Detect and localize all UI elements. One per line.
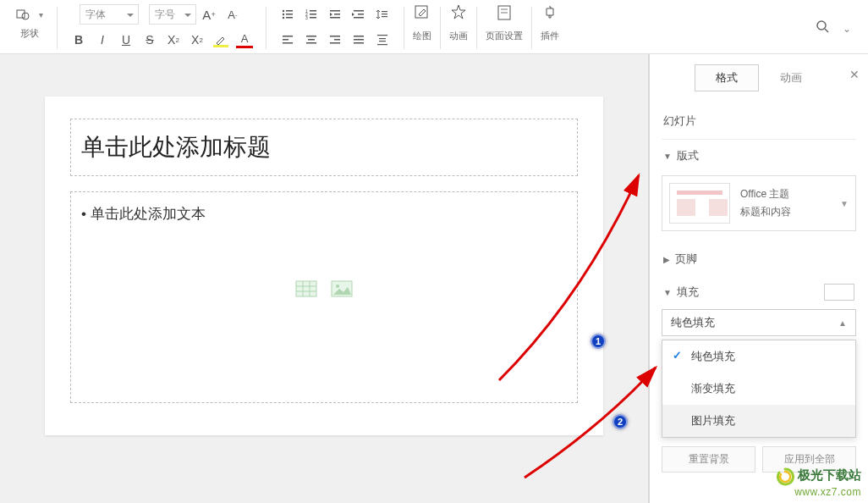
svg-rect-9 xyxy=(310,10,316,12)
svg-rect-37 xyxy=(379,41,386,41)
draw-icon xyxy=(413,3,431,26)
fill-option-solid[interactable]: 纯色填充 xyxy=(662,340,855,373)
svg-rect-25 xyxy=(283,42,293,44)
fill-type-menu: 纯色填充 渐变填充 图片填充 xyxy=(662,340,856,438)
subscript-button[interactable]: X2 xyxy=(186,29,208,51)
section-fill-header: ▼ 填充 xyxy=(662,275,856,309)
canvas-area[interactable]: 单击此处添加标题 • 单击此处添加文本 1 2 xyxy=(0,54,648,503)
slide[interactable]: 单击此处添加标题 • 单击此处添加文本 xyxy=(45,97,603,435)
title-placeholder[interactable]: 单击此处添加标题 xyxy=(70,119,578,176)
align-right-button[interactable] xyxy=(324,29,346,51)
svg-rect-18 xyxy=(358,14,364,15)
increase-font-button[interactable]: A+ xyxy=(198,3,220,25)
shape-dropdown[interactable]: ▾ xyxy=(36,3,47,25)
shape-group: ▾ 形状 xyxy=(7,3,52,40)
svg-rect-29 xyxy=(330,36,340,37)
svg-rect-20 xyxy=(382,11,387,12)
theme-name-label: Office 主题 xyxy=(740,187,791,202)
draw-button[interactable]: 绘图 xyxy=(409,3,435,42)
superscript-button[interactable]: X2 xyxy=(162,29,184,51)
format-panel: 格式 动画 ✕ 幻灯片 ▼ 版式 Office 主题 标题和内容 ▼ ▶ 页脚 … xyxy=(648,54,868,503)
size-select-text: 字号 xyxy=(155,8,175,22)
vertical-align-button[interactable] xyxy=(371,29,393,51)
svg-line-44 xyxy=(825,29,828,32)
table-placeholder-icon[interactable] xyxy=(295,280,317,297)
panel-tabs: 格式 动画 xyxy=(662,64,856,91)
align-justify-button[interactable] xyxy=(348,29,370,51)
reset-background-button[interactable]: 重置背景 xyxy=(662,446,755,473)
plugin-label: 插件 xyxy=(541,30,559,42)
animation-label: 动画 xyxy=(449,30,468,42)
tab-format[interactable]: 格式 xyxy=(695,64,759,91)
fill-option-picture[interactable]: 图片填充 xyxy=(662,405,855,437)
chevron-down-icon[interactable]: ⌄ xyxy=(843,23,851,35)
fill-type-dropdown[interactable]: 纯色填充 ▲ xyxy=(662,309,856,336)
font-color-button[interactable]: A xyxy=(233,29,255,51)
section-slide-title: 幻灯片 xyxy=(662,110,856,140)
svg-rect-23 xyxy=(283,36,293,37)
svg-point-43 xyxy=(817,21,826,30)
svg-point-2 xyxy=(283,10,284,12)
font-select[interactable]: 字体 xyxy=(80,4,139,25)
svg-rect-41 xyxy=(501,8,508,10)
shape-icon[interactable] xyxy=(12,3,34,25)
section-style-label: 版式 xyxy=(677,148,699,163)
svg-rect-28 xyxy=(306,42,316,44)
svg-rect-17 xyxy=(354,10,364,12)
layout-selector[interactable]: Office 主题 标题和内容 ▼ xyxy=(662,175,856,231)
search-icon[interactable] xyxy=(816,19,831,38)
annotation-badge-1: 1 xyxy=(591,334,606,349)
decrease-font-button[interactable]: A- xyxy=(222,3,244,25)
bold-button[interactable]: B xyxy=(68,29,90,51)
section-footer-header[interactable]: ▶ 页脚 xyxy=(662,243,856,275)
content-placeholder[interactable]: • 单击此处添加文本 xyxy=(70,191,578,403)
increase-indent-button[interactable] xyxy=(348,3,370,25)
animation-button[interactable]: 动画 xyxy=(446,3,471,42)
page-setup-label: 页面设置 xyxy=(486,30,523,42)
main: 单击此处添加标题 • 单击此处添加文本 1 2 格式 动画 ✕ xyxy=(0,54,868,503)
section-style-header[interactable]: ▼ 版式 xyxy=(662,140,856,172)
svg-rect-36 xyxy=(379,38,386,39)
svg-rect-22 xyxy=(382,16,387,17)
tab-animation[interactable]: 动画 xyxy=(759,64,823,91)
fill-option-gradient[interactable]: 渐变填充 xyxy=(662,373,855,405)
svg-rect-38 xyxy=(377,44,387,45)
divider xyxy=(531,7,532,49)
draw-label: 绘图 xyxy=(413,30,431,42)
underline-button[interactable]: U xyxy=(115,29,137,51)
highlight-button[interactable] xyxy=(210,29,232,51)
svg-rect-34 xyxy=(354,42,364,44)
strikethrough-button[interactable]: S xyxy=(139,29,161,51)
svg-rect-11 xyxy=(310,14,316,15)
shape-label: 形状 xyxy=(20,27,39,40)
fill-color-swatch[interactable] xyxy=(824,284,854,301)
page-setup-icon xyxy=(495,3,514,26)
svg-point-6 xyxy=(283,17,284,19)
svg-rect-21 xyxy=(382,14,387,14)
watermark-url: www.xz7.com xyxy=(776,486,861,498)
bullets-button[interactable] xyxy=(277,3,299,25)
decrease-indent-button[interactable] xyxy=(324,3,346,25)
divider xyxy=(404,7,404,49)
plugin-button[interactable]: 插件 xyxy=(537,3,563,42)
section-fill-toggle[interactable]: ▼ 填充 xyxy=(663,285,699,300)
svg-rect-16 xyxy=(330,17,340,19)
numbering-button[interactable]: 123 xyxy=(300,3,322,25)
line-spacing-button[interactable] xyxy=(371,3,393,25)
size-select[interactable]: 字号 xyxy=(149,4,196,25)
align-left-button[interactable] xyxy=(277,29,299,51)
watermark-title: 极光下载站 xyxy=(798,467,861,482)
image-placeholder-icon[interactable] xyxy=(331,280,353,297)
svg-rect-5 xyxy=(286,14,293,15)
svg-rect-42 xyxy=(501,12,508,14)
svg-rect-32 xyxy=(354,36,364,37)
svg-rect-26 xyxy=(306,36,316,37)
svg-rect-33 xyxy=(354,39,364,41)
svg-rect-14 xyxy=(330,10,340,12)
italic-button[interactable]: I xyxy=(91,29,113,51)
fill-type-selected: 纯色填充 xyxy=(671,315,715,330)
page-setup-button[interactable]: 页面设置 xyxy=(482,3,526,42)
align-center-button[interactable] xyxy=(300,29,322,51)
close-icon[interactable]: ✕ xyxy=(849,68,860,81)
font-select-text: 字体 xyxy=(85,8,106,22)
